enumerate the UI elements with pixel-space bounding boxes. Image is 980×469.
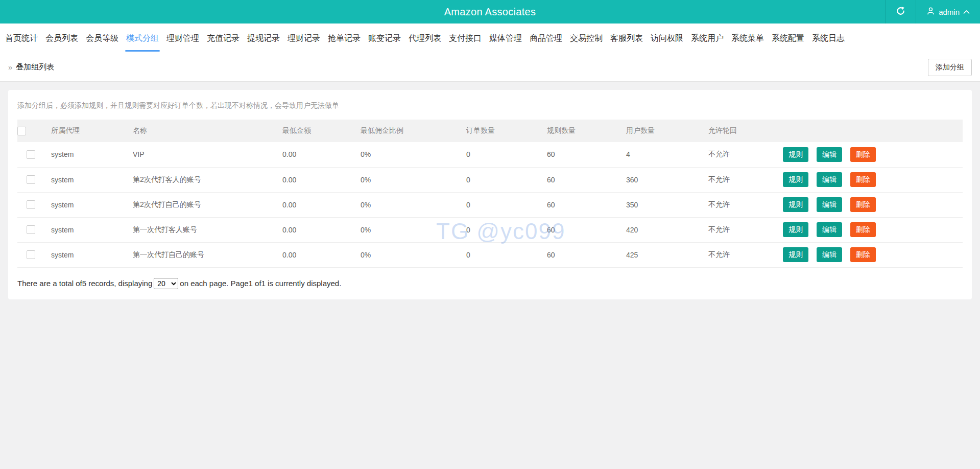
rules-button[interactable]: 规则 [783,147,808,162]
cell-commission: 0% [353,217,459,242]
rules-button[interactable]: 规则 [783,197,808,212]
table-header-row: 所属代理 名称 最低金额 最低佣金比例 订单数量 规则数量 用户数量 允许轮回 [17,120,963,142]
delete-button[interactable]: 删除 [850,172,876,187]
chevron-up-icon [963,7,970,16]
add-group-button[interactable]: 添加分组 [928,59,972,76]
nav-item-mode-group[interactable]: 模式分组 [125,24,160,53]
col-header-user-count: 用户数量 [619,120,701,142]
user-menu[interactable]: admin [916,0,980,24]
cell-users: 350 [619,192,701,217]
page-size-select[interactable]: 20 [154,278,178,289]
nav-item-service-list[interactable]: 客服列表 [609,24,644,53]
pagination-text-after: on each page. Page1 of1 is currently dis… [180,279,341,288]
cell-name: 第2次代打客人的账号 [126,167,275,192]
table-row: system 第2次代打客人的账号 0.00 0% 0 60 360 不允许 规… [17,167,963,192]
cell-users: 360 [619,167,701,192]
cell-orders: 0 [459,217,540,242]
rules-button[interactable]: 规则 [783,172,808,187]
edit-button[interactable]: 编辑 [817,222,842,237]
nav-item-media-mgmt[interactable]: 媒体管理 [488,24,523,53]
nav-item-finance-records[interactable]: 理财记录 [286,24,321,53]
cell-agent: system [44,217,126,242]
header-controls: admin [885,0,980,24]
cell-actions: 规则 编辑 删除 [776,217,963,242]
nav-item-grab-records[interactable]: 抢单记录 [327,24,362,53]
nav-item-system-users[interactable]: 系统用户 [690,24,725,53]
username-label: admin [939,8,960,16]
top-header: Amazon Associates admin [0,0,980,24]
cell-min-amount: 0.00 [275,167,353,192]
nav-item-product-mgmt[interactable]: 商品管理 [529,24,563,53]
edit-button[interactable]: 编辑 [817,172,842,187]
select-all-checkbox[interactable] [17,127,26,135]
cell-commission: 0% [353,167,459,192]
edit-button[interactable]: 编辑 [817,147,842,162]
table-row: system 第一次代打自己的账号 0.00 0% 0 60 425 不允许 规… [17,242,963,267]
row-checkbox[interactable] [27,225,35,234]
edit-button[interactable]: 编辑 [817,247,842,262]
table-row: system 第2次代打自己的账号 0.00 0% 0 60 350 不允许 规… [17,192,963,217]
cell-orders: 0 [459,242,540,267]
cell-agent: system [44,142,126,167]
cell-commission: 0% [353,192,459,217]
row-checkbox[interactable] [27,200,35,209]
cell-allow-loop: 不允许 [701,192,776,217]
cell-commission: 0% [353,242,459,267]
rules-button[interactable]: 规则 [783,247,808,262]
delete-button[interactable]: 删除 [850,247,876,262]
cell-actions: 规则 编辑 删除 [776,192,963,217]
col-header-name: 名称 [126,120,275,142]
pagination: There are a total of5 records, displayin… [17,278,963,289]
delete-button[interactable]: 删除 [850,197,876,212]
breadcrumb-bar: » 叠加组列表 添加分组 [0,53,980,82]
rules-button[interactable]: 规则 [783,222,808,237]
nav-item-member-level[interactable]: 会员等级 [85,24,119,53]
cell-allow-loop: 不允许 [701,167,776,192]
main-nav: 首页统计 会员列表 会员等级 模式分组 理财管理 充值记录 提现记录 理财记录 … [0,24,980,53]
cell-orders: 0 [459,167,540,192]
row-checkbox[interactable] [27,150,35,159]
hint-text: 添加分组后，必须添加规则，并且规则需要对应好订单个数，若出现不对称情况，会导致用… [17,101,963,110]
cell-actions: 规则 编辑 删除 [776,242,963,267]
refresh-icon [896,6,905,18]
nav-item-trade-control[interactable]: 交易控制 [569,24,604,53]
user-icon [926,7,935,17]
cell-users: 425 [619,242,701,267]
breadcrumb: » 叠加组列表 [8,62,54,72]
nav-item-system-config[interactable]: 系统配置 [771,24,805,53]
nav-item-payment-api[interactable]: 支付接口 [448,24,483,53]
content-card: 添加分组后，必须添加规则，并且规则需要对应好订单个数，若出现不对称情况，会导致用… [8,90,972,299]
col-header-actions [776,120,963,142]
col-header-allow-loop: 允许轮回 [701,120,776,142]
edit-button[interactable]: 编辑 [817,197,842,212]
delete-button[interactable]: 删除 [850,147,876,162]
nav-item-system-menu[interactable]: 系统菜单 [730,24,765,53]
cell-name: 第一次代打自己的账号 [126,242,275,267]
breadcrumb-arrow-icon: » [8,63,12,72]
cell-orders: 0 [459,192,540,217]
cell-rules: 60 [540,242,619,267]
cell-rules: 60 [540,192,619,217]
col-header-agent: 所属代理 [44,120,126,142]
nav-item-system-logs[interactable]: 系统日志 [811,24,846,53]
nav-item-access-perms[interactable]: 访问权限 [650,24,684,53]
cell-name: VIP [126,142,275,167]
nav-item-finance-mgmt[interactable]: 理财管理 [165,24,200,53]
nav-item-balance-records[interactable]: 账变记录 [367,24,402,53]
nav-item-member-list[interactable]: 会员列表 [44,24,79,53]
row-checkbox[interactable] [27,250,35,259]
delete-button[interactable]: 删除 [850,222,876,237]
row-checkbox[interactable] [27,175,35,184]
nav-item-recharge-records[interactable]: 充值记录 [206,24,241,53]
cell-actions: 规则 编辑 删除 [776,142,963,167]
cell-allow-loop: 不允许 [701,142,776,167]
nav-item-home-stats[interactable]: 首页统计 [4,24,39,53]
table-row: system 第一次代打客人账号 0.00 0% 0 60 420 不允许 规则… [17,217,963,242]
nav-item-withdraw-records[interactable]: 提现记录 [246,24,281,53]
cell-commission: 0% [353,142,459,167]
nav-item-agent-list[interactable]: 代理列表 [408,24,442,53]
col-header-min-commission: 最低佣金比例 [353,120,459,142]
app-title: Amazon Associates [0,0,980,24]
col-header-rule-count: 规则数量 [540,120,619,142]
refresh-button[interactable] [885,0,916,24]
